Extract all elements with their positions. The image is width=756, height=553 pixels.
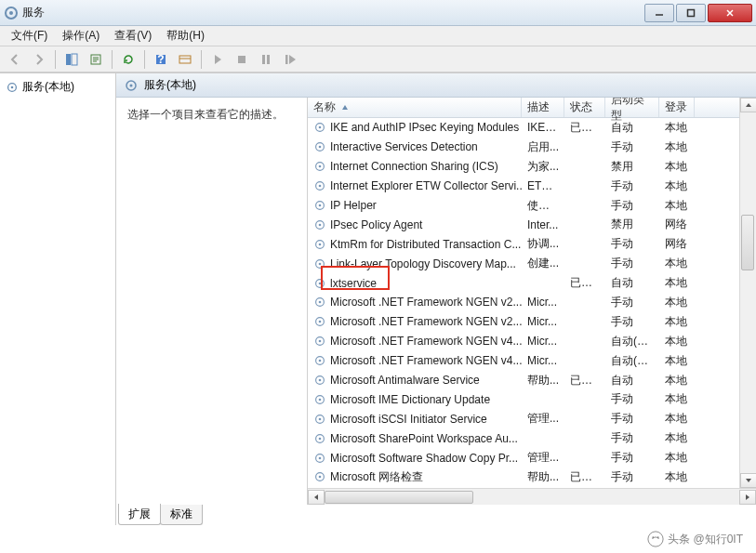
service-logon-cell: 本地 [659,120,695,136]
back-button[interactable] [4,48,26,71]
help-button[interactable]: ? [150,48,172,71]
svg-text:?: ? [157,53,164,66]
service-desc-cell: 使用 ... [522,198,564,214]
start-service-button[interactable] [206,48,229,71]
service-gear-icon [313,238,326,251]
detail-hint: 选择一个项目来查看它的描述。 [127,107,296,123]
minimize-button[interactable] [644,4,674,22]
scroll-track[interactable] [325,490,739,505]
service-name: Internet Explorer ETW Collector Servi... [330,179,522,192]
service-start-cell: 自动 [605,120,659,136]
column-name[interactable]: 名称 [308,98,522,117]
service-gear-icon [313,218,326,231]
service-row[interactable]: Microsoft .NET Framework NGEN v4...Micr.… [308,332,739,351]
service-desc-cell: Micr... [522,335,564,348]
service-row[interactable]: Microsoft Software Shadow Copy Pr...管理..… [308,448,739,467]
service-row[interactable]: Microsoft Antimalware Service帮助...已启动自动本… [308,371,739,390]
svg-point-28 [319,185,322,188]
svg-point-60 [653,536,655,538]
scroll-track[interactable] [740,112,755,473]
refresh-button[interactable] [117,48,139,71]
service-row[interactable]: Microsoft SharePoint Workspace Au...手动本地 [308,428,739,448]
menu-action[interactable]: 操作(A) [55,26,107,46]
service-start-cell: 手动 [605,430,659,446]
services-gear-icon [6,81,19,94]
scroll-thumb[interactable] [741,215,754,270]
scroll-left-button[interactable] [308,490,325,505]
service-gear-icon [313,140,326,153]
service-row[interactable]: Microsoft iSCSI Initiator Service管理...手动… [308,409,739,428]
menu-file[interactable]: 文件(F) [4,26,55,46]
service-desc-cell: Micr... [522,354,564,367]
scroll-down-button[interactable] [740,473,756,488]
service-desc-cell: 协调... [522,236,564,252]
service-start-cell: 手动 [605,450,659,466]
service-row[interactable]: lxtservice已启动自动本地 [308,273,739,293]
close-button[interactable] [708,4,752,22]
svg-point-48 [319,379,322,382]
pause-service-button[interactable] [255,48,277,71]
svg-point-34 [319,243,322,245]
tree-pane[interactable]: 服务(本地) [0,73,116,525]
service-row[interactable]: Microsoft .NET Framework NGEN v4...Micr.… [308,351,739,371]
service-row[interactable]: Microsoft 网络检查帮助...已启动手动本地 [308,467,739,487]
service-row[interactable]: Internet Explorer ETW Collector Servi...… [308,177,739,196]
show-hide-tree-button[interactable] [60,48,83,71]
service-row[interactable]: Link-Layer Topology Discovery Map...创建..… [308,254,739,273]
vertical-scrollbar[interactable] [739,98,756,488]
service-start-cell: 手动 [605,236,659,252]
service-name: KtmRm for Distributed Transaction C... [330,238,521,251]
scroll-right-button[interactable] [739,490,756,505]
list-body[interactable]: IKE and AuthIP IPsec Keying ModulesIKEE.… [308,118,739,488]
service-row[interactable]: Interactive Services Detection启用...手动本地 [308,138,739,157]
service-name-cell: Microsoft Antimalware Service [308,374,522,387]
service-start-cell: 禁用 [605,159,659,175]
service-row[interactable]: Microsoft IME Dictionary Update手动本地 [308,389,739,409]
toolbar: ? [0,46,756,72]
services-list: 名称 描述 状态 启动类型 登录 IKE and AuthIP IPsec Ke… [307,98,756,505]
service-row[interactable]: IPsec Policy AgentInter...禁用网络 [308,215,739,234]
tree-root-item[interactable]: 服务(本地) [0,77,115,97]
detail-pane: 选择一个项目来查看它的描述。 [116,98,307,505]
service-logon-cell: 本地 [659,430,695,446]
service-desc-cell: ETW... [522,179,564,192]
service-state-cell: 已启动 [564,469,605,485]
service-gear-icon [313,199,326,212]
service-start-cell: 手动 [605,295,659,310]
column-state[interactable]: 状态 [564,98,605,117]
scroll-up-button[interactable] [740,98,756,112]
service-start-cell: 手动 [605,314,659,330]
svg-rect-15 [267,55,270,64]
service-row[interactable]: IP Helper使用 ...手动本地 [308,196,739,216]
service-desc-cell: 帮助... [522,373,564,388]
service-name-cell: IPsec Policy Agent [308,218,522,231]
menu-view[interactable]: 查看(V) [107,26,159,46]
window-title: 服务 [22,5,643,20]
service-logon-cell: 本地 [659,334,695,349]
service-start-cell: 手动 [605,469,659,485]
properties-button[interactable] [174,48,196,71]
service-row[interactable]: KtmRm for Distributed Transaction C...协调… [308,234,739,254]
tab-extended[interactable]: 扩展 [118,504,161,525]
service-row[interactable]: Microsoft .NET Framework NGEN v2...Micr.… [308,312,739,332]
horizontal-scrollbar[interactable] [308,488,756,505]
scroll-thumb[interactable] [325,491,473,504]
maximize-button[interactable] [676,4,706,22]
forward-button[interactable] [28,48,50,71]
service-row[interactable]: Internet Connection Sharing (ICS)为家...禁用… [308,157,739,177]
service-start-cell: 自动(延迟... [605,334,659,349]
service-row[interactable]: Microsoft .NET Framework NGEN v2...Micr.… [308,293,739,312]
restart-service-button[interactable] [279,48,301,71]
export-button[interactable] [85,48,107,71]
service-name: Microsoft .NET Framework NGEN v2... [330,315,522,328]
service-row[interactable]: IKE and AuthIP IPsec Keying ModulesIKEE.… [308,118,739,138]
stop-service-button[interactable] [231,48,253,71]
service-gear-icon [313,393,326,406]
service-gear-icon [313,432,326,445]
menu-help[interactable]: 帮助(H) [159,26,212,46]
column-startup[interactable]: 启动类型 [605,98,659,117]
column-description[interactable]: 描述 [522,98,564,117]
svg-point-30 [319,204,322,207]
column-logon[interactable]: 登录 [659,98,695,117]
tab-standard[interactable]: 标准 [160,505,203,525]
